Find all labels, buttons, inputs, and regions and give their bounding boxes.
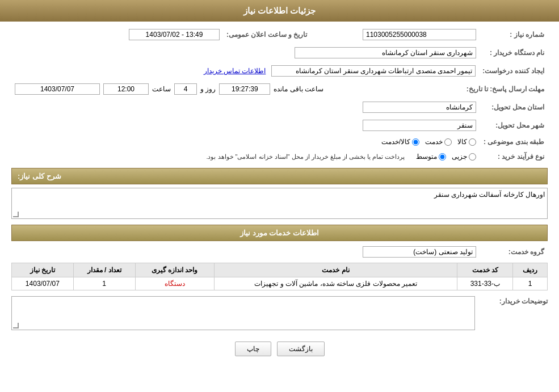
- days-value: 4: [174, 83, 197, 95]
- purchase-notice: پرداخت تمام یا بخشی از مبلغ خریدار از مح…: [206, 153, 405, 161]
- page-title: جزئیات اطلاعات نیاز: [243, 6, 316, 15]
- table-cell-5: 1403/07/07: [12, 277, 74, 290]
- table-cell-3: دستگاه: [135, 277, 214, 290]
- services-section-header: اطلاعات خدمات مورد نیاز: [11, 225, 548, 241]
- table-row: 1ب-33-331تعمیر محصولات فلزی ساخته شده، م…: [12, 277, 548, 290]
- purchase-medium-label: متوسط: [416, 153, 437, 161]
- delivery-province-row: استان محل تحویل: کرمانشاه: [11, 100, 548, 115]
- table-cell-4: 1: [73, 277, 135, 290]
- buyer-org-row: نام دستگاه خریدار : شهرداری سنقر استان ک…: [11, 45, 548, 60]
- service-group-label: گروه خدمت:: [480, 245, 548, 259]
- services-table: ردیف کد خدمت نام خدمت واحد اندازه گیری ت…: [11, 263, 548, 290]
- category-goods-radio[interactable]: [469, 138, 476, 146]
- buyer-comments-box: [11, 296, 475, 330]
- col-date: تاریخ نیاز: [12, 263, 74, 277]
- reply-date-value: 1403/07/07: [15, 83, 100, 95]
- purchase-medium-radio[interactable]: [439, 153, 446, 161]
- delivery-city-row: شهر محل تحویل: سنقر: [11, 118, 548, 133]
- print-button[interactable]: چاپ: [235, 342, 271, 356]
- category-row: طبقه بندی موضوعی : کالا خدمت: [11, 136, 548, 147]
- need-description-box: اورهال کارخانه آسفالت شهرداری سنقر: [11, 188, 548, 219]
- purchase-type-row: نوع فرآیند خرید : جزیی متوسط پرداخت تمام…: [11, 151, 548, 162]
- remaining-label: ساعت باقی مانده: [274, 85, 323, 93]
- purchase-medium-option: متوسط: [416, 153, 446, 161]
- col-row-number: ردیف: [513, 263, 548, 277]
- purchase-type-label: نوع فرآیند خرید :: [480, 151, 548, 162]
- category-goods-label: کالا: [457, 138, 467, 146]
- col-service-name: نام خدمت: [214, 263, 457, 277]
- category-service-option: خدمت: [425, 138, 452, 146]
- remaining-time-value: 19:27:39: [219, 83, 270, 95]
- category-both-label: کالا/خدمت: [381, 138, 410, 146]
- category-both-option: کالا/خدمت: [381, 138, 419, 146]
- col-service-code: کد خدمت: [457, 263, 513, 277]
- need-number-value: 1103005255000038: [363, 29, 476, 40]
- need-number-row: شماره نیاز : 1103005255000038 تاریخ و سا…: [11, 27, 548, 42]
- services-section-title: اطلاعات خدمات مورد نیاز: [240, 229, 319, 237]
- delivery-province-label: استان محل تحویل:: [480, 100, 548, 115]
- category-service-radio[interactable]: [444, 138, 452, 146]
- requester-value: تیمور احمدی متصدی ارتباطات شهرداری سنقر …: [271, 65, 476, 77]
- purchase-partial-option: جزیی: [452, 153, 476, 161]
- requester-row: ایجاد کننده درخواست: تیمور احمدی متصدی ا…: [11, 64, 548, 78]
- need-description-label: شرح کلی نیاز:: [18, 172, 61, 180]
- service-group-row: گروه خدمت: تولید صنعتی (ساخت): [11, 245, 548, 259]
- need-description-section-header: شرح کلی نیاز:: [11, 168, 548, 184]
- col-quantity: تعداد / مقدار: [73, 263, 135, 277]
- buyer-comments-resize: [13, 323, 19, 328]
- table-cell-2: تعمیر محصولات فلزی ساخته شده، ماشین آلات…: [214, 277, 457, 290]
- category-label: طبقه بندی موضوعی :: [480, 136, 548, 147]
- buyer-org-label: نام دستگاه خریدار :: [480, 45, 548, 60]
- need-number-label: شماره نیاز :: [480, 27, 548, 42]
- category-both-radio[interactable]: [412, 138, 419, 146]
- back-button[interactable]: بازگشت: [277, 342, 325, 356]
- delivery-province-value: کرمانشاه: [363, 102, 476, 113]
- announcement-date-value: 1403/07/02 - 13:49: [129, 29, 220, 40]
- buyer-comments-label: توضیحات خریدار:: [499, 297, 548, 305]
- delivery-city-label: شهر محل تحویل:: [480, 118, 548, 133]
- category-goods-option: کالا: [457, 138, 476, 146]
- purchase-partial-radio[interactable]: [469, 153, 476, 161]
- col-unit: واحد اندازه گیری: [135, 263, 214, 277]
- requester-label: ایجاد کننده درخواست:: [479, 64, 548, 78]
- category-service-label: خدمت: [425, 138, 443, 146]
- reply-deadline-label: مهلت ارسال پاسخ: تا تاریخ:: [463, 82, 548, 96]
- days-label: روز و: [200, 85, 216, 93]
- footer-buttons: بازگشت چاپ: [11, 336, 548, 365]
- service-group-value: تولید صنعتی (ساخت): [363, 246, 476, 258]
- table-cell-0: 1: [513, 277, 548, 290]
- need-description-text: اورهال کارخانه آسفالت شهرداری سنقر: [434, 191, 545, 199]
- table-cell-1: ب-33-331: [457, 277, 513, 290]
- contact-link[interactable]: اطلاعات تماس خریدار: [204, 67, 266, 75]
- purchase-partial-label: جزیی: [452, 153, 467, 161]
- announcement-date-label: تاریخ و ساعت اعلان عمومی:: [223, 27, 337, 42]
- buyer-org-value: شهرداری سنقر استان کرمانشاه: [295, 47, 476, 58]
- resize-handle: [13, 212, 19, 217]
- reply-deadline-row: مهلت ارسال پاسخ: تا تاریخ: ساعت باقی مان…: [11, 82, 548, 96]
- delivery-city-value: سنقر: [363, 120, 476, 131]
- reply-time-value: 12:00: [103, 83, 149, 95]
- page-header: جزئیات اطلاعات نیاز: [0, 0, 559, 22]
- time-label: ساعت: [152, 85, 171, 93]
